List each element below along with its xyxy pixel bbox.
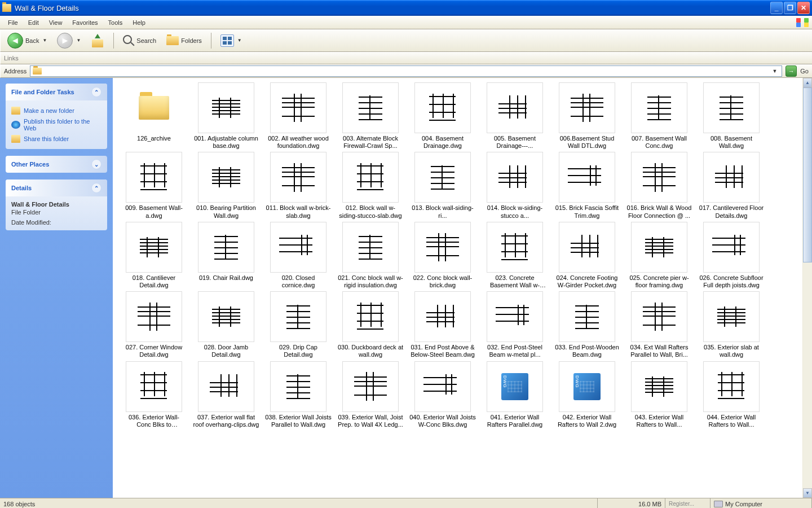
file-item[interactable]: 027. Corner Window Detail.dwg: [120, 291, 188, 358]
file-item[interactable]: 037. Exterior wall flat roof overhang-cl…: [192, 361, 261, 428]
vertical-scrollbar[interactable]: ▲ ▼: [802, 78, 812, 498]
address-input[interactable]: ▼: [30, 65, 782, 77]
cad-thumbnail: [198, 291, 254, 342]
file-item[interactable]: 020. Closed cornice.dwg: [264, 222, 333, 289]
file-item[interactable]: 043. Exterior Wall Rafters to Wall...: [625, 361, 694, 428]
file-item[interactable]: 007. Basement Wall Conc.dwg: [625, 82, 694, 150]
file-item[interactable]: 035. Exterior slab at wall.dwg: [697, 291, 766, 358]
file-item[interactable]: 012. Block wall w-siding-stucco-slab.dwg: [336, 152, 405, 219]
file-item[interactable]: 034. Ext Wall Rafters Parallel to Wall, …: [625, 291, 694, 358]
file-label: 033. End Post-Wooden Beam.dwg: [554, 344, 620, 358]
folders-button[interactable]: Folders: [163, 35, 205, 46]
menu-view[interactable]: View: [45, 17, 67, 28]
panel-header[interactable]: Details ⌃: [6, 179, 107, 196]
views-icon: [220, 34, 234, 47]
file-label: 044. Exterior Wall Rafters to Wall...: [698, 414, 765, 428]
maximize-button[interactable]: ❐: [784, 2, 796, 14]
scroll-up-button[interactable]: ▲: [803, 78, 812, 87]
file-item[interactable]: 003. Alternate Block Firewall-Crawl Sp..…: [336, 82, 405, 150]
file-item[interactable]: 009. Basement Wall-a.dwg: [120, 152, 188, 219]
cad-thumbnail: [703, 361, 760, 412]
file-item[interactable]: 016. Brick Wall & Wood Floor Connection …: [625, 152, 694, 219]
main-area: File and Folder Tasks ⌃ Make a new folde…: [0, 78, 812, 498]
file-item[interactable]: 039. Exterior Wall, Joist Prep. to Wall …: [336, 361, 405, 428]
collapse-icon[interactable]: ⌃: [91, 87, 102, 97]
file-item[interactable]: 004. Basement Drainage.dwg: [408, 82, 477, 150]
file-item[interactable]: 022. Conc block wall-brick.dwg: [408, 222, 477, 289]
file-item[interactable]: 021. Conc block wall w-rigid insulation.…: [336, 222, 405, 289]
menu-file[interactable]: File: [3, 17, 23, 28]
close-button[interactable]: ✕: [797, 2, 810, 14]
menu-edit[interactable]: Edit: [24, 17, 43, 28]
scroll-down-button[interactable]: ▼: [803, 488, 812, 498]
file-item[interactable]: 126_archive: [120, 82, 188, 150]
back-dropdown-icon[interactable]: ▼: [42, 38, 47, 43]
back-button[interactable]: ◄ Back ▼: [4, 32, 50, 50]
menu-tools[interactable]: Tools: [104, 17, 127, 28]
task-icon: [11, 135, 20, 143]
file-item[interactable]: 017. Cantilevered Floor Details.dwg: [697, 152, 766, 219]
file-item[interactable]: 006.Basement Stud Wall DTL.dwg: [553, 82, 621, 150]
up-button[interactable]: [87, 33, 108, 49]
cad-thumbnail: [631, 361, 687, 412]
file-item[interactable]: 001. Adjustable column base.dwg: [192, 82, 261, 150]
cad-thumbnail: [342, 361, 399, 412]
search-button[interactable]: Search: [120, 34, 160, 47]
sidebar-task[interactable]: Publish this folder to the Web: [11, 116, 102, 133]
file-item[interactable]: 013. Block wall-siding-ri...: [408, 152, 477, 219]
expand-icon[interactable]: ⌄: [91, 159, 102, 169]
cad-thumbnail: [631, 222, 687, 273]
forward-arrow-icon: ►: [57, 33, 73, 49]
file-item[interactable]: 029. Drip Cap Detail.dwg: [264, 291, 333, 358]
forward-dropdown-icon[interactable]: ▼: [76, 38, 81, 43]
status-register[interactable]: Register...: [669, 501, 694, 507]
views-button[interactable]: ▼: [217, 33, 245, 48]
file-item[interactable]: 025. Concrete pier w-floor framing.dwg: [625, 222, 694, 289]
file-item[interactable]: 033. End Post-Wooden Beam.dwg: [553, 291, 621, 358]
file-item[interactable]: 028. Door Jamb Detail.dwg: [192, 291, 261, 358]
file-label: 029. Drip Cap Detail.dwg: [265, 344, 332, 358]
file-item[interactable]: 031. End Post Above & Below-Steel Beam.d…: [408, 291, 477, 358]
file-item[interactable]: 024. Concrete Footing W-Girder Pocket.dw…: [553, 222, 621, 289]
file-label: 038. Exterior Wall Joists Parallel to Wa…: [265, 414, 332, 428]
file-item[interactable]: 026. Concrete Subfloor Full depth joists…: [697, 222, 766, 289]
file-item[interactable]: 015. Brick Fascia Soffit Trim.dwg: [553, 152, 621, 219]
file-item[interactable]: 036. Exterior Wall- Conc Blks to Ledger.…: [120, 361, 188, 428]
file-item[interactable]: 018. Cantiliever Detail.dwg: [120, 222, 188, 289]
search-label: Search: [136, 37, 156, 44]
file-item[interactable]: 019. Chair Rail.dwg: [192, 222, 261, 289]
file-item[interactable]: 041. Exterior Wall Rafters Parallel.dwg: [480, 361, 549, 428]
go-button[interactable]: →: [785, 65, 797, 77]
file-item[interactable]: 011. Block wall w-brick-slab.dwg: [264, 152, 333, 219]
file-item[interactable]: 002. All weather wood foundation.dwg: [264, 82, 333, 150]
file-item[interactable]: 038. Exterior Wall Joists Parallel to Wa…: [264, 361, 333, 428]
forward-button[interactable]: ► ▼: [54, 32, 84, 50]
file-item[interactable]: 010. Bearing Partition Wall.dwg: [192, 152, 261, 219]
file-item[interactable]: 014. Block w-siding-stucco a...: [480, 152, 549, 219]
file-item[interactable]: 044. Exterior Wall Rafters to Wall...: [697, 361, 766, 428]
panel-header[interactable]: File and Folder Tasks ⌃: [6, 84, 107, 100]
menu-help[interactable]: Help: [128, 17, 150, 28]
views-dropdown-icon[interactable]: ▼: [237, 38, 242, 43]
file-item[interactable]: 040. Exterior Wall Joists W-Conc Blks.dw…: [408, 361, 477, 428]
collapse-icon[interactable]: ⌃: [91, 183, 102, 193]
menu-favorites[interactable]: Favorites: [68, 17, 102, 28]
file-item[interactable]: 008. Basement Wall.dwg: [697, 82, 766, 150]
minimize-button[interactable]: _: [770, 2, 783, 14]
file-item[interactable]: 042. Exterior Wall Rafters to Wall 2.dwg: [553, 361, 621, 428]
dwg-icon-thumbnail: [487, 361, 543, 412]
sidebar-task[interactable]: Make a new folder: [11, 105, 102, 116]
links-label[interactable]: Links: [4, 55, 19, 62]
file-item[interactable]: 005. Basement Drainage---...: [480, 82, 549, 150]
panel-header[interactable]: Other Places ⌄: [6, 156, 107, 173]
details-name: Wall & Floor Details: [11, 201, 102, 208]
sidebar-task[interactable]: Share this folder: [11, 133, 102, 144]
file-item[interactable]: 032. End Post-Steel Beam w-metal pl...: [480, 291, 549, 358]
file-label: 008. Basement Wall.dwg: [698, 135, 765, 150]
address-dropdown-icon[interactable]: ▼: [770, 68, 779, 74]
file-item[interactable]: 030. Duckboard deck at wall.dwg: [336, 291, 405, 358]
file-item[interactable]: 023. Concrete Basement Wall w-slab.dwg: [480, 222, 549, 289]
go-label[interactable]: Go: [800, 68, 809, 75]
file-pane[interactable]: 126_archive001. Adjustable column base.d…: [113, 78, 812, 498]
scroll-thumb[interactable]: [803, 87, 812, 262]
